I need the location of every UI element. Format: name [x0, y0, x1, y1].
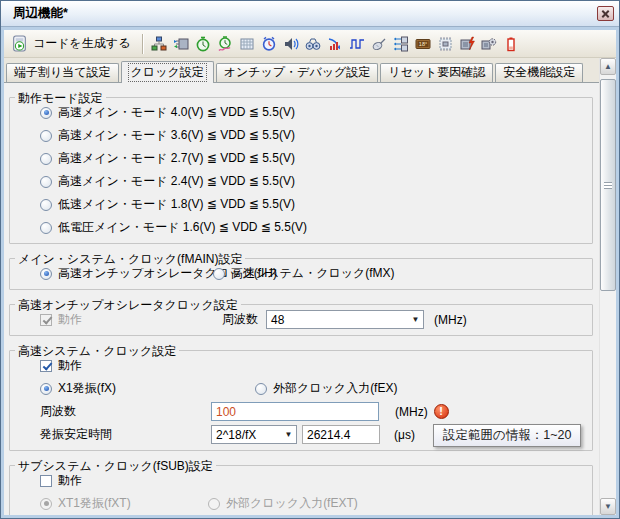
fih-frequency-select[interactable]: 48 ▼ — [266, 310, 424, 329]
frequency-unit: (MHz) — [434, 313, 467, 327]
group-title: 高速システム・クロック設定 — [15, 343, 179, 360]
checkbox-icon — [40, 314, 52, 326]
radio-label: X1発振(fX) — [58, 380, 116, 397]
stabilization-time-unit: (μs) — [394, 428, 415, 442]
probe-icon[interactable] — [368, 33, 389, 55]
tab-onchip-debug[interactable]: オンチップ・デバッグ設定 — [216, 63, 379, 82]
radio-icon — [40, 268, 52, 280]
stabilization-time-select[interactable]: 2^18/fX ▼ — [211, 425, 297, 444]
stopwatch-pink-icon[interactable] — [214, 33, 235, 55]
checkbox-icon — [40, 475, 52, 487]
chevron-down-icon: ▼ — [408, 315, 423, 324]
radio-label: XT1発振(fXT) — [58, 495, 131, 512]
tooltip-text: 設定範囲の情報：1~20 — [443, 427, 571, 444]
group-title: 高速オンチップオシレータクロック設定 — [15, 297, 241, 314]
radio-icon — [40, 153, 52, 165]
panel-title: 周辺機能* — [13, 5, 68, 22]
temperature-display-icon[interactable]: 18° — [412, 33, 433, 55]
radio-mode-1_6v[interactable]: 低電圧メイン・モード 1.6(V) ≦ VDD ≦ 5.5(V) — [40, 219, 307, 236]
radio-label: 低電圧メイン・モード 1.6(V) ≦ VDD ≦ 5.5(V) — [58, 219, 307, 236]
toolbar: コードを生成する 18° — [4, 30, 616, 58]
generate-code-label: コードを生成する — [33, 35, 130, 52]
svg-text:18°: 18° — [419, 40, 427, 46]
chip-io-icon[interactable] — [170, 33, 191, 55]
chevron-down-icon: ▼ — [281, 430, 296, 439]
group-fsub-settings: サブシステム・クロック(fSUB)設定 動作 XT1発振(fXT) 外部クロック… — [9, 465, 593, 515]
group-title: サブシステム・クロック(fSUB)設定 — [15, 458, 216, 475]
stopwatch-green-icon[interactable] — [192, 33, 213, 55]
radio-icon — [40, 130, 52, 142]
radio-icon — [255, 383, 267, 395]
tab-safety-functions[interactable]: 安全機能設定 — [495, 63, 583, 82]
radio-label: 低速メイン・モード 1.8(V) ≦ VDD ≦ 5.5(V) — [58, 196, 295, 213]
radio-icon — [40, 176, 52, 188]
radio-mode-1_8v[interactable]: 低速メイン・モード 1.8(V) ≦ VDD ≦ 5.5(V) — [40, 196, 295, 213]
stabilization-time-label: 発振安定時間 — [40, 426, 211, 443]
generate-code-button[interactable]: コードを生成する — [7, 32, 137, 55]
peripheral-functions-panel: 周辺機能* コードを生成する 18° — [0, 0, 620, 519]
radio-label: 高速システム・クロック(fMX) — [231, 265, 395, 282]
radio-icon — [40, 383, 52, 395]
radio-external-clock-fext: 外部クロック入力(fEXT) — [208, 495, 358, 512]
checkbox-icon — [40, 360, 52, 372]
vertical-scrollbar[interactable]: ▲ ▼ — [599, 58, 616, 515]
radio-icon — [40, 199, 52, 211]
alarm-clock-icon[interactable] — [258, 33, 279, 55]
stabilization-time-value — [302, 425, 380, 444]
radio-label: 高速メイン・モード 2.7(V) ≦ VDD ≦ 5.5(V) — [58, 150, 295, 167]
scrollbar-grip-icon — [604, 182, 612, 189]
tab-reset-cause[interactable]: リセット要因確認 — [380, 63, 493, 82]
radio-label: 高速メイン・モード 3.6(V) ≦ VDD ≦ 5.5(V) — [58, 127, 295, 144]
selected-value: 48 — [271, 313, 284, 327]
chip-gear-icon[interactable] — [478, 33, 499, 55]
scrollbar-track[interactable] — [600, 75, 616, 498]
generate-code-icon — [11, 35, 28, 52]
radio-label: 外部クロック入力(fEXT) — [226, 495, 358, 512]
radio-x1-oscillation[interactable]: X1発振(fX) — [40, 380, 255, 397]
group-operation-mode: 動作モード設定 高速メイン・モード 4.0(V) ≦ VDD ≦ 5.5(V) … — [9, 97, 593, 244]
battery-icon[interactable] — [500, 33, 521, 55]
group-fih-settings: 高速オンチップオシレータクロック設定 動作 周波数 48 ▼ (MHz) — [9, 304, 593, 336]
tab-bar: 端子割り当て設定 クロック設定 オンチップ・デバッグ設定 リセット要因確認 安全… — [4, 58, 599, 83]
radio-mode-2_4v[interactable]: 高速メイン・モード 2.4(V) ≦ VDD ≦ 5.5(V) — [40, 173, 295, 190]
radio-icon — [208, 498, 220, 510]
pulse-wave-icon[interactable] — [346, 33, 367, 55]
tab-clock-settings[interactable]: クロック設定 — [121, 61, 214, 83]
speaker-icon[interactable] — [280, 33, 301, 55]
radio-xt1-oscillation: XT1発振(fXT) — [40, 495, 208, 512]
radio-icon — [40, 222, 52, 234]
toolbar-separator — [142, 34, 143, 54]
frequency-label: 周波数 — [40, 403, 211, 420]
radio-label: 外部クロック入力(fEX) — [273, 380, 397, 397]
tab-pin-assignment[interactable]: 端子割り当て設定 — [6, 63, 119, 82]
titlebar[interactable]: 周辺機能* — [1, 1, 619, 27]
frequency-unit: (MHz) — [395, 405, 428, 419]
grid-icon[interactable] — [236, 33, 257, 55]
chip-dotted-icon[interactable] — [434, 33, 455, 55]
scroll-down-button[interactable]: ▼ — [600, 498, 616, 515]
radio-external-clock[interactable]: 外部クロック入力(fEX) — [255, 380, 397, 397]
radio-icon — [40, 498, 52, 510]
chip-compare-icon[interactable] — [390, 33, 411, 55]
radio-icon — [40, 107, 52, 119]
close-button[interactable] — [597, 6, 614, 21]
radio-icon — [213, 268, 225, 280]
binoculars-icon[interactable] — [302, 33, 323, 55]
signal-bars-icon[interactable] — [324, 33, 345, 55]
selected-value: 2^18/fX — [216, 428, 256, 442]
fmx-frequency-input[interactable] — [211, 402, 379, 421]
group-title: メイン・システム・クロック(fMAIN)設定 — [15, 251, 245, 268]
scroll-up-button[interactable]: ▲ — [600, 58, 616, 75]
radio-mode-2_7v[interactable]: 高速メイン・モード 2.7(V) ≦ VDD ≦ 5.5(V) — [40, 150, 295, 167]
scrollbar-thumb[interactable] — [600, 79, 616, 291]
clock-settings-panel: 動作モード設定 高速メイン・モード 4.0(V) ≦ VDD ≦ 5.5(V) … — [4, 83, 599, 515]
group-fmain: メイン・システム・クロック(fMAIN)設定 高速オンチップオシレータクロック(… — [9, 258, 593, 290]
hierarchy-icon[interactable] — [148, 33, 169, 55]
error-icon: ! — [434, 404, 449, 419]
chip-lightning-icon[interactable] — [456, 33, 477, 55]
radio-label: 高速メイン・モード 2.4(V) ≦ VDD ≦ 5.5(V) — [58, 173, 295, 190]
group-title: 動作モード設定 — [15, 90, 106, 107]
radio-mode-3_6v[interactable]: 高速メイン・モード 3.6(V) ≦ VDD ≦ 5.5(V) — [40, 127, 295, 144]
range-info-tooltip: 設定範囲の情報：1~20 — [433, 424, 581, 447]
